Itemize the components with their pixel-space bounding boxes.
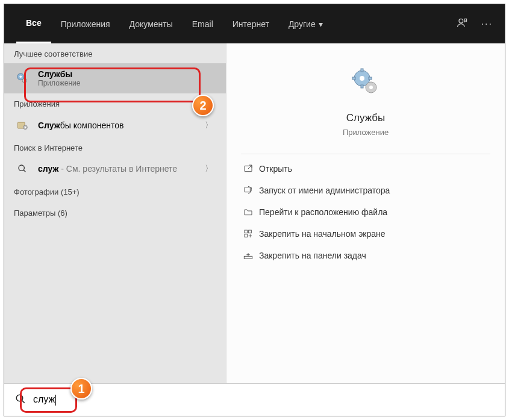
photos-label[interactable]: Фотографии (15+) [4,180,226,201]
svg-line-25 [22,400,25,403]
open-icon [243,164,259,174]
best-match-label: Лучшее соответствие [4,43,226,63]
tab-apps[interactable]: Приложения [51,4,120,43]
tab-other[interactable]: Другие ▾ [279,4,333,43]
annotation-badge-1: 1 [70,378,92,400]
web-label: Поиск в Интернете [4,137,226,157]
action-open[interactable]: Открыть [226,158,505,180]
action-run-admin[interactable]: Запуск от имени администратора [226,180,505,201]
result-web-search[interactable]: служ - См. результаты в Интернете 〉 [4,157,226,180]
annotation-badge-2: 2 [192,95,214,116]
search-input[interactable]: служ [33,394,56,406]
svg-point-11 [360,76,364,81]
pin-taskbar-icon [243,251,259,260]
action-label: Открыть [259,164,292,174]
svg-rect-21 [249,230,252,233]
params-label[interactable]: Параметры (6) [4,201,226,222]
search-filter-tabs: Все Приложения Документы Email Интернет … [4,4,505,43]
svg-point-24 [16,395,23,401]
svg-point-2 [19,75,22,78]
feedback-icon[interactable] [456,17,468,31]
preview-subtitle: Приложение [226,128,505,137]
folder-icon [243,207,259,217]
chevron-right-icon[interactable]: 〉 [201,163,216,174]
svg-rect-12 [361,69,363,72]
admin-icon [243,186,259,195]
tab-all[interactable]: Все [16,4,51,43]
svg-rect-19 [245,187,250,192]
result-component-services[interactable]: Службы Службы компонентов 〉 [4,113,226,137]
svg-rect-13 [361,85,363,88]
svg-point-4 [23,80,25,81]
more-icon[interactable]: ··· [481,19,493,30]
web-suffix: - См. результаты в Интернете [58,164,177,174]
preview-panel: Службы Приложение Открыть Запуск от имен… [226,43,505,384]
svg-point-0 [459,19,463,23]
services-icon [14,72,31,85]
svg-point-17 [369,86,373,89]
action-label: Запуск от имени администратора [259,186,390,195]
action-label: Закрепить на начальном экране [259,229,386,239]
svg-point-8 [19,165,24,171]
tab-other-label: Другие [289,19,316,29]
action-pin-taskbar[interactable]: Закрепить на панели задач [226,245,505,266]
svg-rect-22 [245,234,248,237]
result-services[interactable]: Службы Приложение [4,63,226,93]
search-icon [15,393,26,407]
svg-rect-15 [369,77,372,80]
component-services-icon [14,119,31,131]
preview-title: Службы [226,112,505,124]
tab-documents[interactable]: Документы [120,4,183,43]
search-icon [14,164,31,174]
action-pin-start[interactable]: Закрепить на начальном экране [226,223,505,245]
result-subtitle: Приложение [38,79,216,87]
action-label: Закрепить на панели задач [259,251,366,260]
svg-rect-20 [245,230,248,233]
result-title: Службы Службы компонентов [38,121,201,130]
services-large-icon [226,67,505,99]
chevron-right-icon[interactable]: 〉 [201,120,216,131]
tab-internet[interactable]: Интернет [223,4,279,43]
divider [241,154,490,154]
chevron-down-icon: ▾ [319,19,323,29]
web-query: служ [38,164,58,174]
svg-point-7 [25,127,26,128]
pin-start-icon [243,229,259,239]
result-title: Службы [38,69,216,79]
results-panel: Лучшее соответствие Службы Приложение Пр… [4,43,226,384]
tab-email[interactable]: Email [183,4,223,43]
svg-rect-23 [244,256,252,259]
action-open-location[interactable]: Перейти к расположению файла [226,201,505,223]
svg-rect-14 [352,77,355,80]
action-label: Перейти к расположению файла [259,207,387,217]
svg-line-9 [23,170,25,172]
